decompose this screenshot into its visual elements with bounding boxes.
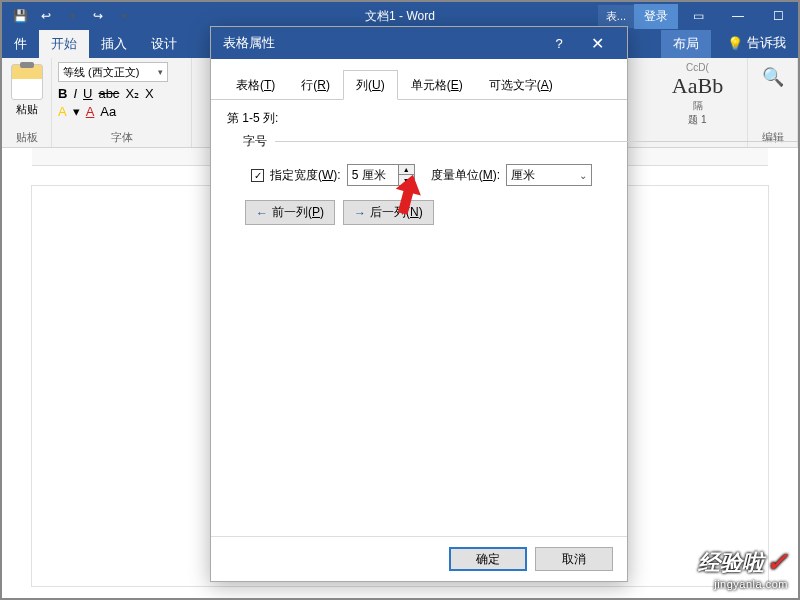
tab-column[interactable]: 列(U) <box>343 70 398 100</box>
width-row: ✓ 指定宽度(W): ▲ ▼ 度量单位(M): 厘米 ⌄ <box>251 164 611 186</box>
change-case-button[interactable]: Aa <box>100 104 116 119</box>
font-color-button[interactable]: A <box>86 104 95 119</box>
dialog-tabs: 表格(T) 行(R) 列(U) 单元格(E) 可选文字(A) <box>211 59 627 100</box>
font-name-value: 等线 (西文正文) <box>63 65 139 80</box>
dialog-footer: 确定 取消 <box>211 536 627 581</box>
font-group: 等线 (西文正文) ▾ B I U abc X₂ X A ▾ A Aa 字体 <box>52 58 192 147</box>
find-icon[interactable]: 🔍 <box>762 66 784 88</box>
tell-me-label: 告诉我 <box>747 34 786 52</box>
size-fieldset-label: 字号 <box>243 133 611 150</box>
style-gap-label: 隔 <box>693 99 703 113</box>
width-up-button[interactable]: ▲ <box>399 165 414 175</box>
clipboard-group: 粘贴 贴板 <box>2 58 52 147</box>
style-name-label: 题 1 <box>688 113 706 127</box>
font-name-combo[interactable]: 等线 (西文正文) ▾ <box>58 62 168 82</box>
save-icon[interactable]: 💾 <box>10 6 30 26</box>
document-title: 文档1 - Word <box>365 8 435 25</box>
arrow-right-icon: → <box>354 206 366 220</box>
login-button[interactable]: 登录 <box>634 4 678 29</box>
checkmark-icon: ✓ <box>766 547 788 578</box>
chevron-down-icon: ▾ <box>158 67 163 77</box>
redo-icon[interactable]: ↪ <box>88 6 108 26</box>
ok-button[interactable]: 确定 <box>449 547 527 571</box>
dialog-title: 表格属性 <box>223 34 275 52</box>
minimize-icon[interactable]: — <box>718 2 758 30</box>
unit-label: 度量单位(M): <box>431 167 500 184</box>
editing-group: 🔍 编辑 <box>748 58 798 147</box>
tab-table[interactable]: 表格(T) <box>223 70 288 100</box>
tell-me-button[interactable]: 💡 告诉我 <box>715 28 798 58</box>
superscript-button[interactable]: X <box>145 86 154 101</box>
paste-label[interactable]: 粘贴 <box>16 102 38 117</box>
italic-button[interactable]: I <box>73 86 77 101</box>
column-range-label: 第 1-5 列: <box>227 110 611 127</box>
watermark: 经验啦 ✓ jingyanla.com <box>698 547 788 590</box>
dialog-body: 第 1-5 列: 字号 ✓ 指定宽度(W): ▲ ▼ 度量单位(M): 厘米 ⌄ <box>211 100 627 536</box>
paste-icon[interactable] <box>11 64 43 100</box>
table-tools-button[interactable]: 表... <box>598 5 634 28</box>
clipboard-group-label: 贴板 <box>16 130 38 145</box>
table-properties-dialog: 表格属性 ? ✕ 表格(T) 行(R) 列(U) 单元格(E) 可选文字(A) … <box>210 26 628 582</box>
quick-access-toolbar: 💾 ↩ ▾ ↪ ▾ <box>2 6 134 26</box>
tab-row[interactable]: 行(R) <box>288 70 343 100</box>
font-group-label: 字体 <box>111 130 133 145</box>
window-controls: ▭ — ☐ <box>678 2 798 30</box>
undo-icon[interactable]: ↩ <box>36 6 56 26</box>
dialog-help-button[interactable]: ? <box>541 27 577 59</box>
dialog-titlebar[interactable]: 表格属性 ? ✕ <box>211 27 627 59</box>
next-column-button[interactable]: → 后一列(N) <box>343 200 434 225</box>
width-checkbox[interactable]: ✓ <box>251 169 264 182</box>
dialog-close-button[interactable]: ✕ <box>579 27 615 59</box>
undo-dropdown-icon[interactable]: ▾ <box>62 6 82 26</box>
watermark-url: jingyanla.com <box>698 578 788 590</box>
width-down-button[interactable]: ▼ <box>399 175 414 185</box>
bold-button[interactable]: B <box>58 86 67 101</box>
tab-layout[interactable]: 布局 <box>661 29 711 58</box>
width-spinner[interactable]: ▲ ▼ <box>347 164 415 186</box>
tab-insert[interactable]: 插入 <box>89 29 139 58</box>
ribbon-options-icon[interactable]: ▭ <box>678 2 718 30</box>
tab-file[interactable]: 件 <box>2 29 39 58</box>
qat-custom-icon[interactable]: ▾ <box>114 6 134 26</box>
tab-cell[interactable]: 单元格(E) <box>398 70 476 100</box>
maximize-icon[interactable]: ☐ <box>758 2 798 30</box>
column-nav-buttons: ← 前一列(P) → 后一列(N) <box>245 200 611 225</box>
prev-column-button[interactable]: ← 前一列(P) <box>245 200 335 225</box>
unit-value: 厘米 <box>511 167 535 184</box>
tab-alttext[interactable]: 可选文字(A) <box>476 70 566 100</box>
styles-group: CcD( AaBb 隔 题 1 <box>648 58 748 147</box>
arrow-left-icon: ← <box>256 206 268 220</box>
tab-home[interactable]: 开始 <box>39 29 89 58</box>
shading-button[interactable]: ▾ <box>73 104 80 119</box>
highlight-button[interactable]: A <box>58 104 67 119</box>
subscript-button[interactable]: X₂ <box>125 86 139 101</box>
style-preview-small: CcD( <box>686 62 709 73</box>
width-input[interactable] <box>348 165 398 185</box>
chevron-down-icon: ⌄ <box>579 170 587 181</box>
strike-button[interactable]: abc <box>98 86 119 101</box>
tab-design[interactable]: 设计 <box>139 29 189 58</box>
underline-button[interactable]: U <box>83 86 92 101</box>
lightbulb-icon: 💡 <box>727 36 743 51</box>
editing-group-label: 编辑 <box>762 130 784 145</box>
style-preview[interactable]: AaBb <box>672 73 723 99</box>
watermark-text: 经验啦 <box>698 548 764 578</box>
unit-select[interactable]: 厘米 ⌄ <box>506 164 592 186</box>
width-label: 指定宽度(W): <box>270 167 341 184</box>
cancel-button[interactable]: 取消 <box>535 547 613 571</box>
